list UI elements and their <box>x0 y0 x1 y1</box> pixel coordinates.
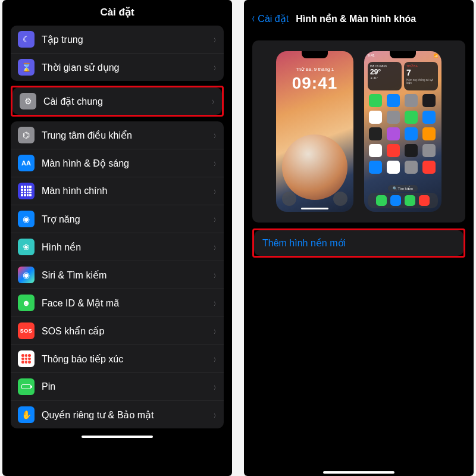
dock-app-icon <box>376 195 387 206</box>
weather-extra: ☀ 31° <box>370 76 399 80</box>
row-label: Trợ năng <box>42 214 206 225</box>
home-indicator[interactable] <box>323 471 394 474</box>
app-icon <box>387 111 400 124</box>
settings-group-1: ☾ Tập trung › ⌛ Thời gian sử dụng › <box>11 26 224 81</box>
app-icon <box>369 94 382 107</box>
row-face-id[interactable]: ☻ Face ID & Mật mã › <box>11 289 224 317</box>
notch <box>302 51 328 58</box>
battery-icon <box>18 378 35 395</box>
app-icon <box>422 94 436 107</box>
app-icon <box>422 144 436 157</box>
cal-day: 7 <box>406 68 436 77</box>
row-privacy[interactable]: ✋ Quyền riêng tư & Bảo mật › <box>11 400 224 428</box>
row-sos[interactable]: SOS SOS khẩn cấp › <box>11 317 224 345</box>
chevron-right-icon: › <box>214 157 216 170</box>
dock-app-icon <box>419 195 430 206</box>
face-id-icon: ☻ <box>18 295 35 311</box>
home-screen-preview[interactable]: 9:41 📶 Hồ Chí Minh 29° ☀ 31° THỨ BA 7 Hô… <box>364 51 441 212</box>
home-indicator <box>301 208 328 209</box>
accessibility-icon: ◉ <box>18 211 35 227</box>
app-grid <box>369 94 437 174</box>
wallpaper-screen: ‹ Cài đặt Hình nền & Màn hình khóa Thứ B… <box>244 0 474 476</box>
widget-row: Hồ Chí Minh 29° ☀ 31° THỨ BA 7 Hôm nay k… <box>368 62 438 90</box>
app-icon <box>405 111 418 124</box>
row-exposure[interactable]: Thông báo tiếp xúc › <box>11 345 224 372</box>
app-icon <box>405 144 418 157</box>
app-icon <box>405 94 418 107</box>
back-chevron-icon[interactable]: ‹ <box>252 11 255 26</box>
row-home-screen[interactable]: Màn hình chính › <box>11 177 224 205</box>
siri-icon: ◉ <box>18 267 35 283</box>
chevron-right-icon: › <box>214 33 216 46</box>
app-icon <box>405 161 418 174</box>
add-wallpaper-button[interactable]: Thêm hình nền mới <box>254 230 464 256</box>
chevron-right-icon: › <box>214 381 216 393</box>
row-battery[interactable]: Pin › <box>11 372 224 400</box>
row-label: Cài đặt chung <box>43 96 204 107</box>
camera-button <box>333 192 347 206</box>
row-label: Thời gian sử dụng <box>42 62 206 73</box>
status-icons: 📶 <box>434 54 438 58</box>
row-general[interactable]: ⚙ Cài đặt chung › <box>12 87 222 115</box>
dock-app-icon <box>390 195 401 206</box>
chevron-right-icon: › <box>214 241 216 253</box>
row-label: Màn hình chính <box>42 186 206 196</box>
row-focus[interactable]: ☾ Tập trung › <box>11 26 224 53</box>
row-label: Trung tâm điều khiển <box>42 130 206 141</box>
lock-time: 09:41 <box>276 74 353 93</box>
cal-event: Hôm nay không có sự kiện <box>406 79 436 84</box>
exposure-icon <box>18 350 35 367</box>
lock-screen-preview[interactable]: Thứ Ba, 9 tháng 1 09:41 <box>276 51 353 212</box>
chevron-right-icon: › <box>212 95 214 108</box>
row-label: Face ID & Mật mã <box>42 298 206 309</box>
row-screen-time[interactable]: ⌛ Thời gian sử dụng › <box>11 53 224 81</box>
row-label: Màn hình & Độ sáng <box>42 158 206 169</box>
row-accessibility[interactable]: ◉ Trợ năng › <box>11 205 224 233</box>
app-icon <box>369 161 382 174</box>
hourglass-icon: ⌛ <box>18 59 35 76</box>
lock-date: Thứ Ba, 9 tháng 1 <box>276 67 353 72</box>
row-label: Pin <box>42 381 206 392</box>
notch <box>390 51 416 58</box>
chevron-right-icon: › <box>214 297 216 309</box>
settings-screen: Cài đặt ☾ Tập trung › ⌛ Thời gian sử dụn… <box>2 0 232 476</box>
lock-artwork <box>282 134 347 200</box>
row-control-center[interactable]: ⌬ Trung tâm điều khiển › <box>11 121 224 149</box>
row-wallpaper[interactable]: ❀ Hình nền › <box>11 233 224 261</box>
app-icon <box>387 144 400 157</box>
app-icon <box>422 111 436 124</box>
chevron-right-icon: › <box>214 409 216 421</box>
spacer <box>244 258 474 468</box>
highlight-general: ⚙ Cài đặt chung › <box>11 86 224 117</box>
home-screen-icon <box>18 183 35 199</box>
home-indicator[interactable] <box>82 436 153 438</box>
settings-group-general: ⚙ Cài đặt chung › <box>12 87 222 115</box>
app-icon <box>422 127 436 140</box>
page-title: Cài đặt <box>2 0 232 26</box>
row-label: Siri & Tìm kiếm <box>42 270 206 281</box>
weather-temp: 29° <box>370 68 399 76</box>
highlight-add-wallpaper: Thêm hình nền mới <box>252 228 465 258</box>
control-center-icon: ⌬ <box>18 127 35 143</box>
app-icon <box>387 94 400 107</box>
settings-list: ☾ Tập trung › ⌛ Thời gian sử dụng › ⚙ Cà… <box>2 26 232 432</box>
row-display[interactable]: AA Màn hình & Độ sáng › <box>11 149 224 177</box>
status-time: 9:41 <box>368 54 375 58</box>
wallpaper-preview: Thứ Ba, 9 tháng 1 09:41 9:41 📶 Hồ Chí Mi… <box>252 40 465 223</box>
back-button[interactable]: Cài đặt <box>258 13 289 24</box>
app-icon <box>369 127 382 140</box>
app-icon <box>387 161 400 174</box>
flashlight-button <box>282 192 296 206</box>
row-label: SOS khẩn cấp <box>42 325 206 337</box>
settings-group-2: ⌬ Trung tâm điều khiển › AA Màn hình & Đ… <box>11 121 224 428</box>
nav-bar: ‹ Cài đặt Hình nền & Màn hình khóa <box>244 0 474 35</box>
app-icon <box>387 127 400 140</box>
display-icon: AA <box>18 155 35 171</box>
weather-location: Hồ Chí Minh <box>370 64 399 68</box>
row-label: Hình nền <box>42 242 206 253</box>
app-icon <box>405 127 418 140</box>
row-siri[interactable]: ◉ Siri & Tìm kiếm › <box>11 261 224 289</box>
chevron-right-icon: › <box>214 325 216 337</box>
row-label: Quyền riêng tư & Bảo mật <box>42 409 206 421</box>
cal-label: THỨ BA <box>406 64 436 68</box>
